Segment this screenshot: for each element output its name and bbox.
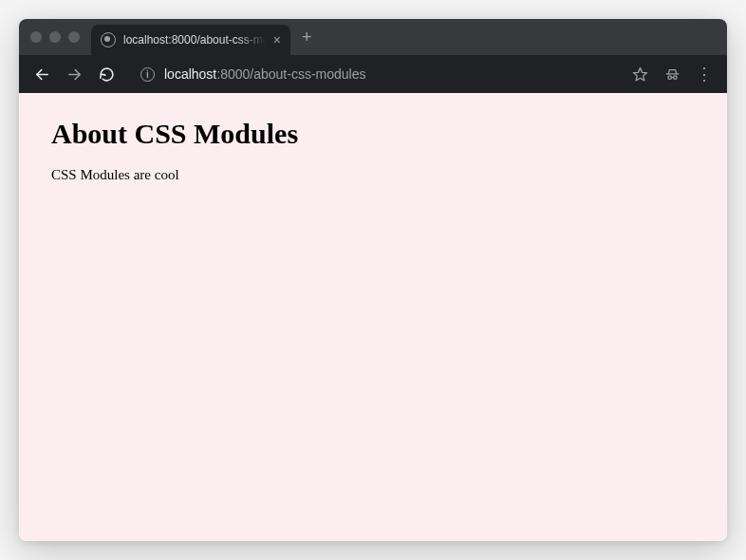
bookmark-button[interactable]	[626, 61, 653, 87]
reload-icon	[99, 66, 115, 83]
address-bar[interactable]: i localhost:8000/about-css-modules	[129, 60, 617, 88]
incognito-icon	[664, 66, 681, 83]
gatsby-favicon-icon	[101, 32, 116, 47]
browser-window: localhost:8000/about-css-modules × + i l…	[19, 19, 727, 541]
toolbar: i localhost:8000/about-css-modules ⋮	[19, 55, 727, 93]
svg-marker-2	[633, 67, 646, 80]
arrow-right-icon	[66, 66, 83, 83]
url-text: localhost:8000/about-css-modules	[164, 66, 365, 82]
menu-button[interactable]: ⋮	[691, 61, 718, 87]
titlebar: localhost:8000/about-css-modules × +	[19, 19, 727, 55]
site-info-icon[interactable]: i	[140, 67, 155, 82]
new-tab-button[interactable]: +	[302, 28, 312, 46]
browser-tab[interactable]: localhost:8000/about-css-modules ×	[91, 25, 290, 55]
star-icon	[632, 66, 648, 83]
arrow-left-icon	[34, 66, 50, 83]
url-path: :8000/about-css-modules	[216, 66, 365, 82]
tab-title: localhost:8000/about-css-modules	[123, 33, 266, 47]
reload-button[interactable]	[93, 61, 120, 87]
url-host: localhost	[164, 66, 216, 82]
window-controls	[30, 31, 80, 43]
page-paragraph: CSS Modules are cool	[51, 167, 695, 183]
close-window-button[interactable]	[30, 31, 42, 43]
page-content: About CSS Modules CSS Modules are cool	[19, 93, 727, 541]
maximize-window-button[interactable]	[68, 31, 80, 43]
close-tab-button[interactable]: ×	[273, 33, 281, 47]
forward-button[interactable]	[61, 61, 87, 87]
back-button[interactable]	[28, 61, 55, 87]
minimize-window-button[interactable]	[49, 31, 61, 43]
page-heading: About CSS Modules	[51, 118, 695, 150]
incognito-indicator[interactable]	[659, 61, 685, 87]
